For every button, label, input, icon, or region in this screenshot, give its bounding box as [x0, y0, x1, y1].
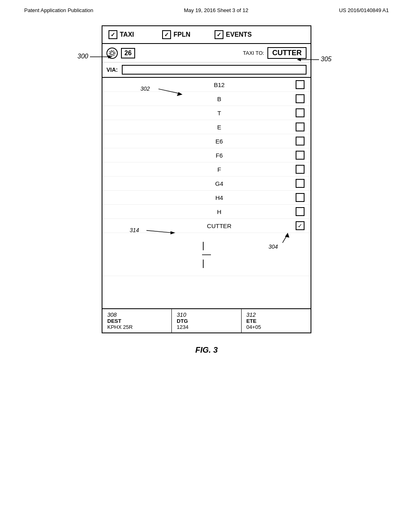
waypoint-cutter: CUTTER ✓ — [102, 219, 311, 233]
dest-value: KPHX 25R — [107, 324, 167, 330]
tab-taxi-label: TAXI — [120, 31, 134, 38]
ref-312: 312 — [246, 312, 306, 318]
dest-label: DEST — [107, 318, 167, 324]
events-checkbox[interactable]: ✓ — [215, 30, 223, 39]
tab-events[interactable]: ✓ EVENTS — [215, 30, 252, 39]
waypoint-b: B — [102, 92, 311, 106]
taxi-checkbox[interactable]: ✓ — [108, 30, 117, 39]
via-row: VIA: — [102, 62, 311, 78]
via-input[interactable] — [122, 65, 307, 75]
waypoint-e-name: E — [111, 124, 296, 131]
bottom-dtg-cell: 310 DTG 1234 — [172, 309, 241, 332]
waypoint-t-checkbox[interactable] — [296, 108, 305, 117]
dtg-label: DTG — [177, 318, 236, 324]
bottom-ete-cell: 312 ETE 04+05 — [242, 309, 311, 332]
main-content: 300 305 ✓ TAXI ✓ FPLN — [0, 17, 413, 355]
taxi-to-label: TAXI TO: — [243, 50, 264, 56]
tab-taxi[interactable]: ✓ TAXI — [108, 30, 134, 39]
waypoint-f6-checkbox[interactable] — [296, 151, 305, 160]
waypoint-e6-name: E6 — [111, 138, 296, 145]
waypoint-b-name: B — [111, 96, 296, 102]
waypoint-t: T — [102, 106, 311, 120]
waypoint-g4-checkbox[interactable] — [296, 179, 305, 188]
waypoint-cutter-name: CUTTER — [111, 222, 296, 229]
figure-label: FIG. 3 — [195, 345, 218, 355]
diagram-wrapper: 300 305 ✓ TAXI ✓ FPLN — [102, 25, 311, 333]
waypoint-e6: E6 — [102, 134, 311, 148]
waypoint-h-name: H — [111, 208, 296, 215]
fpln-checkbox[interactable]: ✓ — [162, 30, 171, 39]
flight-number-box[interactable]: 26 — [121, 48, 135, 58]
waypoints-area: 302 314 304 B12 — [102, 78, 311, 308]
diagram-box: ✓ TAXI ✓ FPLN ✓ EVENTS — [102, 25, 311, 333]
waypoint-f: F — [102, 162, 311, 177]
tab-fpln-label: FPLN — [173, 31, 190, 38]
dtg-value: 1234 — [177, 324, 236, 330]
waypoint-t-name: T — [111, 110, 296, 116]
tabs-row: ✓ TAXI ✓ FPLN ✓ EVENTS — [102, 26, 311, 44]
header-left: Patent Application Publication — [24, 7, 93, 13]
waypoint-b12: B12 — [102, 78, 311, 92]
ref-310: 310 — [177, 312, 236, 318]
via-label: VIA: — [106, 66, 118, 73]
bottom-row: 308 DEST KPHX 25R 310 DTG 1234 312 ETE 0… — [102, 308, 311, 332]
waypoint-g4-name: G4 — [111, 180, 296, 187]
waypoint-h4: H4 — [102, 191, 311, 205]
taxi-number-row: 26 TAXI TO: CUTTER — [102, 44, 311, 62]
waypoint-b12-checkbox[interactable] — [296, 80, 305, 89]
waypoint-f-name: F — [111, 166, 296, 173]
header-middle: May 19, 2016 Sheet 3 of 12 — [184, 7, 248, 13]
empty-space — [102, 276, 311, 308]
waypoint-b12-name: B12 — [111, 81, 296, 88]
ref-308: 308 — [107, 312, 167, 318]
waypoint-h4-name: H4 — [111, 194, 296, 201]
svg-point-4 — [111, 52, 114, 55]
page-header: Patent Application Publication May 19, 2… — [0, 0, 413, 17]
waypoint-g4: G4 — [102, 177, 311, 191]
waypoint-e6-checkbox[interactable] — [296, 137, 305, 145]
waypoint-f6-name: F6 — [111, 152, 296, 159]
tab-events-label: EVENTS — [226, 31, 252, 38]
header-right: US 2016/0140849 A1 — [339, 7, 389, 13]
tab-fpln[interactable]: ✓ FPLN — [162, 30, 190, 39]
waypoint-h4-checkbox[interactable] — [296, 193, 305, 202]
waypoint-e: E — [102, 120, 311, 134]
waypoint-f6: F6 — [102, 148, 311, 162]
svg-point-5 — [109, 50, 115, 56]
destination-box[interactable]: CUTTER — [267, 47, 307, 59]
waypoint-cutter-checkbox[interactable]: ✓ — [296, 221, 305, 230]
waypoint-b-checkbox[interactable] — [296, 94, 305, 103]
waypoint-e-checkbox[interactable] — [296, 123, 305, 131]
waypoint-f-checkbox[interactable] — [296, 165, 305, 174]
cursor-row: |—| — [102, 233, 311, 276]
waypoint-h-checkbox[interactable] — [296, 207, 305, 216]
settings-icon[interactable] — [106, 48, 118, 59]
bottom-dest-cell: 308 DEST KPHX 25R — [102, 309, 172, 332]
ete-value: 04+05 — [246, 324, 306, 330]
ete-label: ETE — [246, 318, 306, 324]
waypoint-h: H — [102, 205, 311, 219]
